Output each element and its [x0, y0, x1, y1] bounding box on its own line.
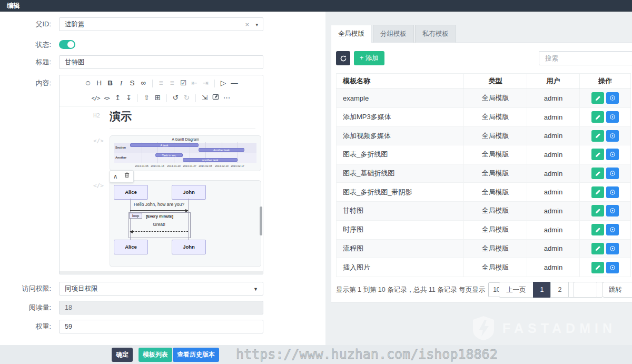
toggle-knob	[67, 41, 74, 48]
edit-mode-icon[interactable]	[211, 92, 220, 104]
weight-input[interactable]	[59, 320, 263, 333]
sequence-actor: Alice	[114, 240, 148, 254]
template-name-cell: example	[336, 89, 464, 107]
gantt-axis-label: 2014-02-17	[231, 164, 244, 168]
apply-template-button[interactable]	[606, 243, 619, 254]
confirm-button[interactable]: 确定	[112, 348, 133, 362]
template-name-cell: 图表_多折线图	[336, 145, 464, 164]
editor-content[interactable]: H2 演示 </> A Gantt Diagram Section Anothe…	[60, 106, 263, 274]
edit-template-button[interactable]	[591, 186, 604, 198]
undo-icon[interactable]: ↺	[171, 92, 180, 104]
apply-template-button[interactable]	[606, 168, 619, 179]
redo-icon[interactable]: ↻	[182, 92, 191, 104]
quote-icon[interactable]: ▷	[219, 77, 228, 90]
gantt-plot: A task Another task Task in sec another …	[130, 142, 254, 163]
tab-global-templates[interactable]: 全局模版	[331, 25, 372, 43]
apply-template-button[interactable]	[606, 224, 619, 235]
template-type-cell: 全局模版	[464, 164, 527, 183]
page-jump-button[interactable]: 跳转	[603, 282, 632, 298]
trash-icon[interactable]	[124, 171, 130, 182]
access-select[interactable]: 同项目权限 ▼	[59, 282, 263, 296]
page-2-button[interactable]: 2	[550, 282, 569, 298]
apply-template-button[interactable]	[606, 111, 619, 123]
sequence-return-arrow	[130, 231, 188, 232]
list-ol-icon[interactable]: ≡	[168, 77, 177, 90]
apply-template-button[interactable]	[606, 205, 619, 217]
indent-icon[interactable]: ⇥	[201, 77, 210, 90]
refresh-button[interactable]	[336, 51, 350, 65]
gantt-section-label: Another	[115, 156, 126, 159]
toolbar-row-1: ☺ H B I S ∞ ≡ ≡ ☑ ⇤ ⇥ ▷ —	[60, 76, 263, 91]
editor-scrollbar-thumb[interactable]	[260, 206, 262, 235]
column-header-name[interactable]: 模板名称	[336, 74, 464, 88]
template-tabs: 全局模版 分组模板 私有模板	[331, 25, 456, 43]
template-name-cell: 时序图	[336, 221, 464, 239]
outdent-icon[interactable]: ⇤	[190, 77, 199, 90]
emoji-icon[interactable]: ☺	[84, 77, 93, 90]
template-user-cell: admin	[527, 89, 580, 107]
edit-template-button[interactable]	[591, 130, 604, 142]
insert-after-icon[interactable]: ↧	[124, 92, 133, 104]
upload-icon[interactable]: ⇧	[142, 92, 151, 104]
fastadmin-watermark: FASTADMIN	[472, 316, 616, 341]
search-input[interactable]	[539, 51, 632, 65]
parent-id-row: 父ID: 进阶篇 × ▾	[0, 17, 325, 31]
horizontal-rule-icon[interactable]: —	[230, 77, 239, 90]
edit-template-button[interactable]	[591, 262, 604, 273]
template-list-card: + 添加 模板名称 类型 用户 操作 example 全局模版 admin	[331, 42, 632, 303]
tab-private-templates[interactable]: 私有模板	[415, 25, 456, 43]
parent-id-input[interactable]: 进阶篇 × ▾	[59, 17, 263, 31]
apply-template-button[interactable]	[606, 130, 619, 142]
status-toggle[interactable]	[59, 40, 75, 49]
chevron-down-icon[interactable]: ▾	[255, 18, 258, 32]
insert-before-icon[interactable]: ↥	[113, 92, 122, 104]
bold-icon[interactable]: B	[106, 77, 115, 90]
apply-template-button[interactable]	[606, 92, 619, 104]
toolbar-row-2: </> <> ↥ ↧ ⇧ ⊞ ↺ ↻ ⇲ ⋯	[60, 91, 263, 105]
heading-icon[interactable]: H	[95, 77, 104, 90]
template-user-cell: admin	[527, 108, 580, 126]
editor-hscrollbar[interactable]	[60, 271, 263, 274]
prev-page-button[interactable]: 上一页	[499, 282, 534, 298]
link-icon[interactable]: ∞	[139, 77, 148, 90]
list-ul-icon[interactable]: ≡	[157, 77, 166, 90]
edit-template-button[interactable]	[591, 168, 604, 179]
edit-dialog: 编辑 父ID: 进阶篇 × ▾ 状态: 标题: 内容: ☺	[0, 0, 632, 364]
page-jump-input[interactable]	[574, 282, 597, 298]
fullscreen-icon[interactable]: ⇲	[200, 92, 209, 104]
code-block-icon[interactable]: </>	[91, 92, 100, 104]
template-type-cell: 全局模版	[464, 108, 527, 126]
edit-template-button[interactable]	[591, 224, 604, 235]
edit-template-button[interactable]	[591, 111, 604, 123]
gantt-axis-label: 2014-01-13	[151, 164, 164, 168]
add-template-button[interactable]: + 添加	[354, 51, 384, 65]
apply-template-button[interactable]	[606, 186, 619, 198]
clear-icon[interactable]: ×	[245, 18, 249, 32]
edit-template-button[interactable]	[591, 149, 604, 160]
title-input[interactable]	[59, 55, 263, 69]
table-icon[interactable]: ⊞	[153, 92, 162, 104]
gantt-section-label: Section	[115, 146, 126, 149]
page-1-button[interactable]: 1	[533, 282, 551, 298]
italic-icon[interactable]: I	[117, 77, 126, 90]
table-row: 添加MP3多媒体 全局模版 admin	[336, 108, 631, 127]
edit-template-button[interactable]	[591, 92, 604, 104]
strikethrough-icon[interactable]: S	[128, 77, 137, 90]
column-header-user: 用户	[527, 74, 580, 88]
apply-template-button[interactable]	[606, 262, 619, 273]
template-list-button[interactable]: 模板列表	[139, 348, 172, 362]
more-icon[interactable]: ⋯	[222, 92, 231, 104]
gantt-task-bar: A task	[130, 143, 199, 147]
edit-template-button[interactable]	[591, 243, 604, 254]
apply-template-button[interactable]	[606, 149, 619, 160]
tab-group-templates[interactable]: 分组模板	[373, 25, 414, 43]
collapse-icon[interactable]: ∧	[113, 171, 118, 182]
edit-template-button[interactable]	[591, 205, 604, 217]
sequence-preview: Alice John Hello John, how are you? loop…	[110, 180, 261, 267]
inline-code-icon[interactable]: <>	[102, 92, 111, 104]
reads-label: 阅读量:	[0, 301, 51, 314]
chevron-down-icon: ▼	[253, 282, 258, 296]
access-value: 同项目权限	[65, 285, 98, 292]
checklist-icon[interactable]: ☑	[179, 77, 188, 90]
view-history-button[interactable]: 查看历史版本	[173, 348, 219, 362]
